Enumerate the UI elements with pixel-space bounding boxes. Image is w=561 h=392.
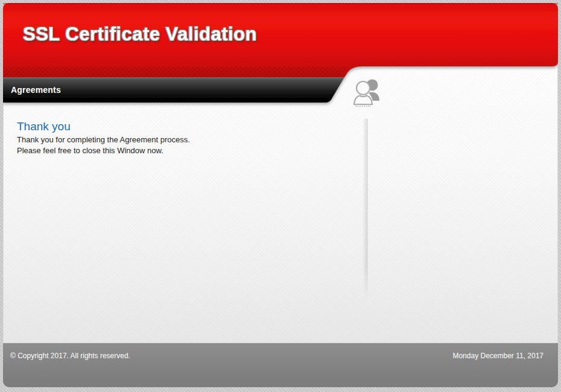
tab-agreements[interactable]: Agreements: [3, 77, 329, 103]
users-icon: [352, 77, 384, 107]
content-area: Thank you Thank you for completing the A…: [3, 63, 558, 343]
thank-you-line2: Please feel free to close this Window no…: [17, 146, 190, 155]
tab-agreements-label: Agreements: [11, 85, 61, 95]
thank-you-line1: Thank you for completing the Agreement p…: [17, 135, 190, 144]
footer-bar: © Copyright 2017. All rights reserved. M…: [3, 343, 558, 387]
content-divider: [363, 119, 368, 300]
ssl-validation-window: { "header": { "title": "SSL Certificate …: [0, 0, 561, 392]
footer-date: Monday December 11, 2017: [452, 352, 544, 360]
thank-you-heading: Thank you: [17, 119, 190, 133]
page-frame: SSL Certificate Validation Agreements Th…: [3, 3, 558, 387]
page-title: SSL Certificate Validation: [23, 25, 257, 43]
thank-you-message: Thank you Thank you for completing the A…: [17, 119, 190, 155]
footer-copyright: © Copyright 2017. All rights reserved.: [10, 352, 130, 360]
